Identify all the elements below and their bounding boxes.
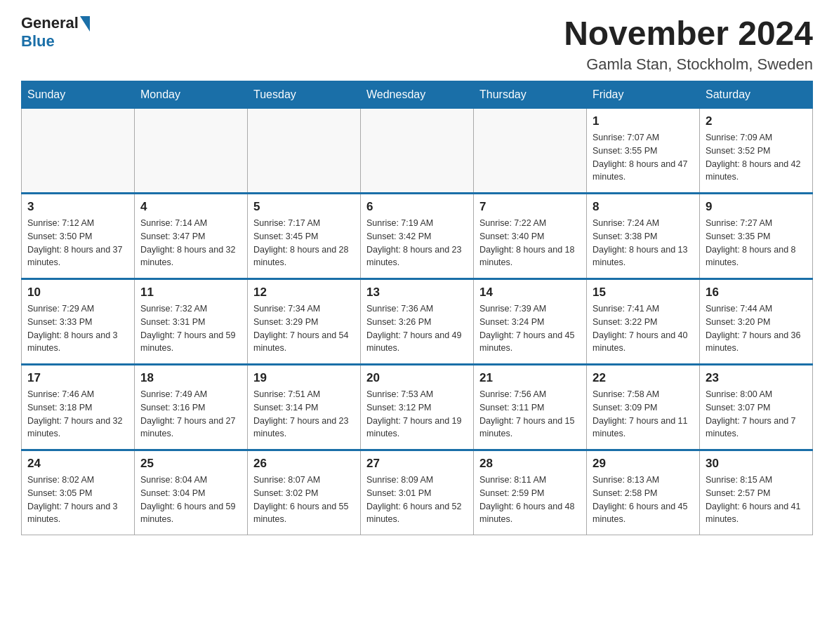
- day-number: 20: [366, 371, 468, 385]
- calendar-cell: 6Sunrise: 7:19 AMSunset: 3:42 PMDaylight…: [361, 194, 474, 279]
- sun-info: Sunrise: 7:29 AMSunset: 3:33 PMDaylight:…: [27, 302, 128, 355]
- day-number: 11: [140, 286, 241, 300]
- sun-info: Sunrise: 7:41 AMSunset: 3:22 PMDaylight:…: [593, 302, 694, 355]
- sun-info: Sunrise: 7:22 AMSunset: 3:40 PMDaylight:…: [479, 217, 581, 269]
- weekday-header-sunday: Sunday: [22, 81, 135, 109]
- logo-general-text: General: [21, 14, 79, 32]
- sun-info: Sunrise: 7:07 AMSunset: 3:55 PMDaylight:…: [593, 131, 694, 184]
- weekday-header-monday: Monday: [135, 81, 248, 109]
- calendar-cell: 27Sunrise: 8:09 AMSunset: 3:01 PMDayligh…: [361, 450, 474, 535]
- calendar-cell: 21Sunrise: 7:56 AMSunset: 3:11 PMDayligh…: [474, 365, 587, 450]
- calendar-cell: 22Sunrise: 7:58 AMSunset: 3:09 PMDayligh…: [587, 365, 700, 450]
- calendar-cell: 30Sunrise: 8:15 AMSunset: 2:57 PMDayligh…: [700, 450, 813, 535]
- weekday-header-tuesday: Tuesday: [248, 81, 361, 109]
- day-number: 3: [27, 200, 128, 214]
- day-number: 27: [366, 457, 468, 471]
- calendar-cell: 10Sunrise: 7:29 AMSunset: 3:33 PMDayligh…: [22, 279, 135, 365]
- calendar-cell: 3Sunrise: 7:12 AMSunset: 3:50 PMDaylight…: [22, 194, 135, 279]
- day-number: 7: [479, 200, 581, 214]
- calendar-cell: 2Sunrise: 7:09 AMSunset: 3:52 PMDaylight…: [700, 109, 813, 194]
- sun-info: Sunrise: 7:36 AMSunset: 3:26 PMDaylight:…: [366, 302, 468, 355]
- sun-info: Sunrise: 8:11 AMSunset: 2:59 PMDaylight:…: [479, 474, 581, 526]
- calendar-header-row: SundayMondayTuesdayWednesdayThursdayFrid…: [22, 81, 813, 109]
- sun-info: Sunrise: 7:46 AMSunset: 3:18 PMDaylight:…: [27, 388, 128, 441]
- calendar-cell: 20Sunrise: 7:53 AMSunset: 3:12 PMDayligh…: [361, 365, 474, 450]
- calendar-cell: 25Sunrise: 8:04 AMSunset: 3:04 PMDayligh…: [135, 450, 248, 535]
- sun-info: Sunrise: 7:17 AMSunset: 3:45 PMDaylight:…: [253, 217, 355, 269]
- day-number: 13: [366, 286, 468, 300]
- day-number: 24: [27, 457, 128, 471]
- page-header: General Blue November 2024 Gamla Stan, S…: [21, 14, 813, 74]
- day-number: 28: [479, 457, 581, 471]
- day-number: 1: [593, 114, 694, 128]
- location-title: Gamla Stan, Stockholm, Sweden: [564, 55, 813, 74]
- day-number: 6: [366, 200, 468, 214]
- calendar-cell: 4Sunrise: 7:14 AMSunset: 3:47 PMDaylight…: [135, 194, 248, 279]
- sun-info: Sunrise: 7:32 AMSunset: 3:31 PMDaylight:…: [140, 302, 241, 355]
- day-number: 25: [140, 457, 241, 471]
- sun-info: Sunrise: 7:34 AMSunset: 3:29 PMDaylight:…: [253, 302, 355, 355]
- day-number: 29: [593, 457, 694, 471]
- calendar-cell: [361, 109, 474, 194]
- sun-info: Sunrise: 7:12 AMSunset: 3:50 PMDaylight:…: [27, 217, 128, 269]
- sun-info: Sunrise: 7:58 AMSunset: 3:09 PMDaylight:…: [593, 388, 694, 441]
- calendar-cell: 11Sunrise: 7:32 AMSunset: 3:31 PMDayligh…: [135, 279, 248, 365]
- day-number: 5: [253, 200, 355, 214]
- calendar-cell: [474, 109, 587, 194]
- sun-info: Sunrise: 8:07 AMSunset: 3:02 PMDaylight:…: [253, 474, 355, 526]
- calendar-table: SundayMondayTuesdayWednesdayThursdayFrid…: [21, 81, 813, 535]
- calendar-cell: 15Sunrise: 7:41 AMSunset: 3:22 PMDayligh…: [587, 279, 700, 365]
- calendar-cell: 23Sunrise: 8:00 AMSunset: 3:07 PMDayligh…: [700, 365, 813, 450]
- calendar-cell: 14Sunrise: 7:39 AMSunset: 3:24 PMDayligh…: [474, 279, 587, 365]
- sun-info: Sunrise: 7:19 AMSunset: 3:42 PMDaylight:…: [366, 217, 468, 269]
- calendar-row-0: 1Sunrise: 7:07 AMSunset: 3:55 PMDaylight…: [22, 109, 813, 194]
- day-number: 12: [253, 286, 355, 300]
- sun-info: Sunrise: 7:51 AMSunset: 3:14 PMDaylight:…: [253, 388, 355, 441]
- logo-blue-text: Blue: [21, 32, 55, 51]
- sun-info: Sunrise: 8:00 AMSunset: 3:07 PMDaylight:…: [706, 388, 807, 441]
- sun-info: Sunrise: 7:27 AMSunset: 3:35 PMDaylight:…: [706, 217, 807, 269]
- day-number: 2: [706, 114, 807, 128]
- day-number: 15: [593, 286, 694, 300]
- sun-info: Sunrise: 7:56 AMSunset: 3:11 PMDaylight:…: [479, 388, 581, 441]
- day-number: 23: [706, 371, 807, 385]
- sun-info: Sunrise: 8:15 AMSunset: 2:57 PMDaylight:…: [706, 474, 807, 526]
- weekday-header-friday: Friday: [587, 81, 700, 109]
- sun-info: Sunrise: 7:44 AMSunset: 3:20 PMDaylight:…: [706, 302, 807, 355]
- calendar-cell: [248, 109, 361, 194]
- calendar-cell: 8Sunrise: 7:24 AMSunset: 3:38 PMDaylight…: [587, 194, 700, 279]
- weekday-header-wednesday: Wednesday: [361, 81, 474, 109]
- day-number: 16: [706, 286, 807, 300]
- calendar-row-4: 24Sunrise: 8:02 AMSunset: 3:05 PMDayligh…: [22, 450, 813, 535]
- calendar-row-2: 10Sunrise: 7:29 AMSunset: 3:33 PMDayligh…: [22, 279, 813, 365]
- calendar-cell: 1Sunrise: 7:07 AMSunset: 3:55 PMDaylight…: [587, 109, 700, 194]
- weekday-header-saturday: Saturday: [700, 81, 813, 109]
- logo-triangle-icon: [80, 16, 90, 32]
- day-number: 8: [593, 200, 694, 214]
- calendar-cell: 29Sunrise: 8:13 AMSunset: 2:58 PMDayligh…: [587, 450, 700, 535]
- calendar-cell: [22, 109, 135, 194]
- calendar-cell: 12Sunrise: 7:34 AMSunset: 3:29 PMDayligh…: [248, 279, 361, 365]
- calendar-cell: 5Sunrise: 7:17 AMSunset: 3:45 PMDaylight…: [248, 194, 361, 279]
- day-number: 10: [27, 286, 128, 300]
- calendar-cell: [135, 109, 248, 194]
- day-number: 30: [706, 457, 807, 471]
- calendar-cell: 9Sunrise: 7:27 AMSunset: 3:35 PMDaylight…: [700, 194, 813, 279]
- day-number: 14: [479, 286, 581, 300]
- sun-info: Sunrise: 7:39 AMSunset: 3:24 PMDaylight:…: [479, 302, 581, 355]
- calendar-row-1: 3Sunrise: 7:12 AMSunset: 3:50 PMDaylight…: [22, 194, 813, 279]
- day-number: 18: [140, 371, 241, 385]
- sun-info: Sunrise: 7:53 AMSunset: 3:12 PMDaylight:…: [366, 388, 468, 441]
- sun-info: Sunrise: 7:09 AMSunset: 3:52 PMDaylight:…: [706, 131, 807, 184]
- calendar-cell: 17Sunrise: 7:46 AMSunset: 3:18 PMDayligh…: [22, 365, 135, 450]
- logo: General Blue: [21, 14, 90, 51]
- sun-info: Sunrise: 8:13 AMSunset: 2:58 PMDaylight:…: [593, 474, 694, 526]
- sun-info: Sunrise: 7:49 AMSunset: 3:16 PMDaylight:…: [140, 388, 241, 441]
- sun-info: Sunrise: 7:24 AMSunset: 3:38 PMDaylight:…: [593, 217, 694, 269]
- day-number: 17: [27, 371, 128, 385]
- day-number: 4: [140, 200, 241, 214]
- day-number: 22: [593, 371, 694, 385]
- calendar-row-3: 17Sunrise: 7:46 AMSunset: 3:18 PMDayligh…: [22, 365, 813, 450]
- calendar-cell: 18Sunrise: 7:49 AMSunset: 3:16 PMDayligh…: [135, 365, 248, 450]
- day-number: 9: [706, 200, 807, 214]
